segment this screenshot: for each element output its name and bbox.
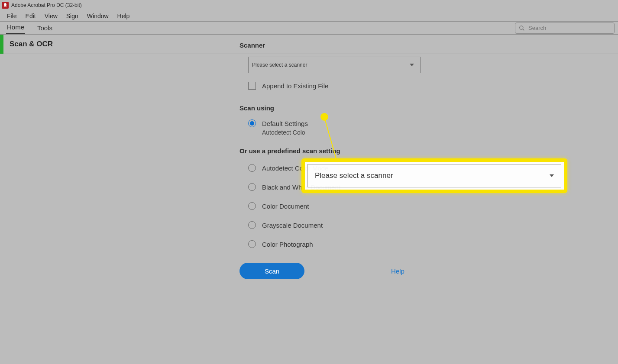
scan-button[interactable]: Scan <box>239 263 304 279</box>
scanner-label: Scanner <box>239 42 569 49</box>
menu-view[interactable]: View <box>40 11 62 21</box>
tab-tools[interactable]: Tools <box>36 22 53 34</box>
search-icon <box>519 25 525 31</box>
menu-sign[interactable]: Sign <box>62 11 83 21</box>
radio-bw[interactable] <box>248 183 256 191</box>
callout-text: Please select a scanner <box>315 171 393 180</box>
tool-accent <box>0 35 3 54</box>
option-photo[interactable]: Color Photograph <box>248 240 569 248</box>
radio-grayscale[interactable] <box>248 221 256 229</box>
callout-box: Please select a scanner <box>301 158 567 193</box>
option-color[interactable]: Color Document <box>248 202 569 210</box>
radio-photo[interactable] <box>248 240 256 248</box>
window-title: Adobe Acrobat Pro DC (32-bit) <box>11 2 82 8</box>
chevron-down-icon <box>410 64 414 66</box>
menu-bar: File Edit View Sign Window Help <box>0 10 618 22</box>
acrobat-icon <box>2 2 9 9</box>
default-settings-radio[interactable] <box>248 119 256 127</box>
chevron-down-icon <box>550 174 554 177</box>
tool-title: Scan & OCR <box>10 40 53 48</box>
svg-point-0 <box>520 26 523 29</box>
scan-using-label: Scan using <box>239 104 569 112</box>
append-label: Append to Existing File <box>262 82 328 90</box>
button-row: Scan Help <box>239 263 569 279</box>
help-link[interactable]: Help <box>391 267 404 275</box>
menu-window[interactable]: Window <box>83 11 113 21</box>
window-title-bar: Adobe Acrobat Pro DC (32-bit) <box>0 0 618 10</box>
option-grayscale[interactable]: Grayscale Document <box>248 221 569 229</box>
predefined-label: Or use a predefined scan setting <box>239 147 569 155</box>
radio-autodetect[interactable] <box>248 164 256 172</box>
callout-dropdown[interactable]: Please select a scanner <box>307 164 561 187</box>
search-box[interactable] <box>515 23 615 34</box>
scanner-dropdown-text: Please select a scanner <box>252 62 307 68</box>
menu-edit[interactable]: Edit <box>21 11 40 21</box>
scanner-dropdown[interactable]: Please select a scanner <box>248 57 421 73</box>
tab-bar: Home Tools <box>0 22 618 35</box>
append-row[interactable]: Append to Existing File <box>248 82 569 90</box>
svg-line-1 <box>523 29 524 30</box>
menu-file[interactable]: File <box>3 11 21 21</box>
menu-help[interactable]: Help <box>113 11 134 21</box>
callout-dot <box>320 113 328 121</box>
append-checkbox[interactable] <box>248 82 256 90</box>
search-input[interactable] <box>528 25 611 31</box>
tab-home[interactable]: Home <box>6 21 25 34</box>
default-settings-sub: Autodetect Colo <box>262 129 569 136</box>
radio-color[interactable] <box>248 202 256 210</box>
default-settings-label: Default Settings <box>262 120 308 127</box>
default-settings-row[interactable]: Default Settings <box>248 119 569 127</box>
